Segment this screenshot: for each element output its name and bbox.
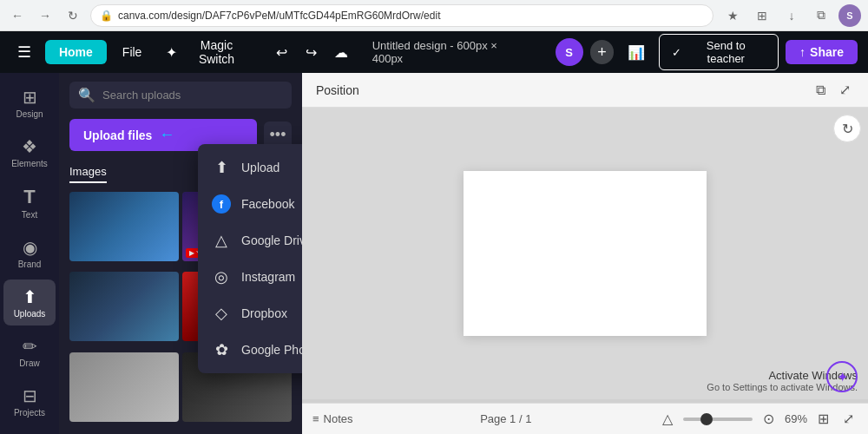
grid-view-button[interactable]: ⊞: [814, 409, 832, 429]
image-thumb-5[interactable]: [69, 352, 179, 422]
dropdown-upload-label: Upload: [241, 161, 279, 174]
upload-arrow-icon: ←: [159, 126, 174, 144]
sidebar-text-label: Text: [22, 210, 37, 220]
file-button[interactable]: File: [114, 40, 151, 64]
undo-redo-group: ↩ ↪ ☁: [268, 38, 355, 66]
design-title: Untitled design - 600px × 400px: [362, 39, 542, 65]
send-teacher-check-icon: ✓: [672, 46, 681, 59]
dropdown-item-google-photos[interactable]: ✿ Google Photos: [198, 332, 302, 368]
design-icon: ⊞: [23, 87, 37, 108]
image-thumb-3[interactable]: [69, 272, 179, 341]
browser-icons: ★ ⊞ ↓ ⧉ S: [720, 3, 861, 28]
sidebar-elements-label: Elements: [11, 159, 48, 168]
search-bar-area: 🔍: [59, 73, 302, 114]
url-text: canva.com/design/DAF7cP6vPeM/uMTfcGD44pE…: [118, 10, 440, 22]
share-label: Share: [810, 45, 844, 59]
copy-button[interactable]: ⧉: [812, 78, 829, 102]
redo-button[interactable]: ↪: [298, 38, 326, 66]
sidebar-item-elements[interactable]: ❖ Elements: [3, 129, 56, 175]
elements-icon: ❖: [22, 136, 37, 157]
zoom-level-label: 69%: [785, 412, 807, 425]
canvas-workspace: ↻: [302, 108, 868, 399]
profile-avatar[interactable]: S: [556, 38, 583, 66]
bottom-right-controls: △ ⊙ 69% ⊞ ⤢: [659, 409, 858, 429]
dropdown-facebook-label: Facebook: [241, 197, 294, 211]
canvas-toolbar-right: ⧉ ⤢: [812, 78, 854, 102]
download-button[interactable]: ↓: [779, 3, 804, 28]
sidebar-item-design[interactable]: ⊞ Design: [3, 80, 56, 126]
home-button[interactable]: Home: [45, 40, 107, 64]
dropdown-dropbox-label: Dropbox: [241, 306, 287, 320]
sidebar-item-uploads[interactable]: ⬆ Uploads: [3, 279, 56, 326]
image-thumb-1[interactable]: [69, 192, 179, 261]
forward-button[interactable]: →: [35, 5, 56, 26]
zoom-slider[interactable]: [683, 418, 753, 421]
notes-label: Notes: [324, 412, 353, 425]
app-toolbar: ☰ Home File ✦ Magic Switch ↩ ↪ ☁ Untitle…: [0, 31, 868, 73]
dropdown-item-google-drive[interactable]: △ Google Drive: [198, 222, 302, 259]
dropbox-icon: ◇: [212, 304, 231, 323]
facebook-icon: f: [212, 194, 231, 214]
dropdown-item-upload[interactable]: ⬆ Upload: [198, 149, 302, 186]
tablet-button[interactable]: ⧉: [809, 3, 833, 28]
notes-button[interactable]: ≡ Notes: [312, 412, 353, 425]
tab-images[interactable]: Images: [69, 161, 107, 183]
canvas-area: Position ⧉ ⤢ ↻ + Add page Activate Windo…: [302, 73, 868, 434]
fullscreen-button[interactable]: ⤢: [839, 409, 858, 429]
magic-switch-label: Magic Switch: [181, 38, 252, 66]
uploads-panel: 🔍 Upload files ← ••• ⬆ Upload f Facebook…: [59, 73, 302, 434]
url-bar[interactable]: 🔒 canva.com/design/DAF7cP6vPeM/uMTfcGD44…: [90, 4, 713, 27]
dropdown-photos-label: Google Photos: [241, 343, 302, 357]
sidebar-uploads-label: Uploads: [14, 309, 46, 319]
refresh-button[interactable]: ↻: [62, 5, 83, 26]
projects-icon: ⊟: [23, 385, 37, 406]
main-layout: ⊞ Design ❖ Elements T Text ◉ Brand ⬆ Upl…: [0, 73, 868, 434]
sidebar-item-projects[interactable]: ⊟ Projects: [3, 378, 56, 424]
google-photos-icon: ✿: [212, 340, 231, 359]
send-teacher-label: Send to teacher: [686, 39, 766, 65]
sidebar-item-draw[interactable]: ✏ Draw: [3, 329, 56, 375]
dropdown-item-dropbox[interactable]: ◇ Dropbox: [198, 295, 302, 332]
search-input[interactable]: [102, 89, 283, 102]
zoom-circle-button[interactable]: ⊙: [760, 409, 778, 429]
page-up-button[interactable]: △: [659, 409, 676, 429]
magic-switch-icon: ✦: [166, 44, 177, 61]
sidebar-design-label: Design: [16, 109, 43, 119]
dropdown-item-instagram[interactable]: ◎ Instagram: [198, 259, 302, 295]
canvas-refresh-button[interactable]: ↻: [833, 115, 861, 142]
search-input-wrap[interactable]: 🔍: [69, 82, 292, 108]
magic-assistant-button[interactable]: ✦: [826, 361, 858, 392]
bookmark-button[interactable]: ★: [720, 3, 745, 28]
draw-icon: ✏: [23, 336, 37, 357]
add-profile-button[interactable]: +: [590, 40, 615, 64]
undo-button[interactable]: ↩: [268, 38, 296, 66]
back-button[interactable]: ←: [7, 5, 28, 26]
menu-button[interactable]: ☰: [10, 38, 38, 66]
upload-dropdown-menu: ⬆ Upload f Facebook △ Google Drive ◎ Ins…: [198, 144, 302, 373]
expand-button[interactable]: ⤢: [836, 78, 854, 102]
notes-icon: ≡: [312, 412, 319, 425]
sidebar-item-text[interactable]: T Text: [3, 179, 56, 227]
dropdown-drive-label: Google Drive: [241, 233, 302, 247]
send-teacher-button[interactable]: ✓ Send to teacher: [659, 34, 779, 70]
cloud-save-button[interactable]: ☁: [327, 38, 355, 66]
browser-user-avatar[interactable]: S: [838, 4, 861, 27]
upload-icon: ⬆: [212, 158, 231, 177]
magic-switch-button[interactable]: ✦ Magic Switch: [157, 33, 260, 71]
text-icon: T: [23, 186, 35, 208]
upload-files-label: Upload files: [83, 128, 152, 142]
instagram-icon: ◎: [212, 267, 231, 286]
lock-icon: 🔒: [100, 10, 113, 22]
sidebar-projects-label: Projects: [14, 408, 45, 418]
bottom-bar: ≡ Notes Page 1 / 1 △ ⊙ 69% ⊞ ⤢: [302, 403, 868, 434]
sidebar-item-brand[interactable]: ◉ Brand: [3, 230, 56, 276]
share-button[interactable]: ↑ Share: [786, 40, 858, 64]
dropdown-instagram-label: Instagram: [241, 270, 295, 284]
analytics-button[interactable]: 📊: [621, 41, 652, 64]
sidebar-draw-label: Draw: [19, 358, 39, 368]
extensions-button[interactable]: ⊞: [750, 3, 774, 28]
sidebar-brand-label: Brand: [18, 260, 42, 269]
position-label: Position: [316, 83, 359, 97]
canvas-white-area: [464, 171, 707, 336]
dropdown-item-facebook[interactable]: f Facebook: [198, 186, 302, 222]
